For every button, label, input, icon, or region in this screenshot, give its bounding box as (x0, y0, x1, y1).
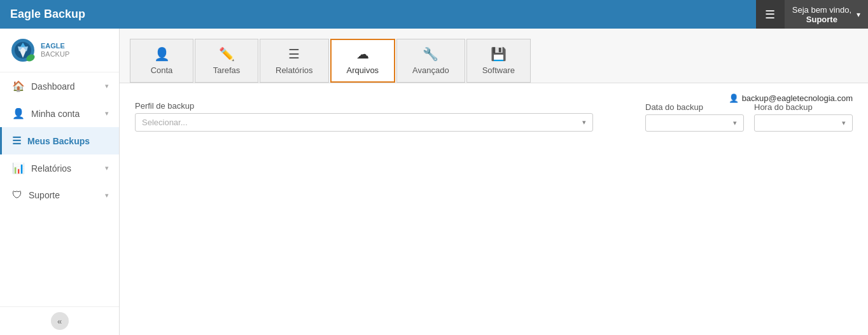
data-group: Data do backup ▾ (645, 102, 744, 132)
form-row: Perfil de backup Selecionar... ▾ Data do… (135, 101, 853, 132)
perfil-group: Perfil de backup Selecionar... ▾ (135, 101, 635, 132)
sidebar-item-dashboard[interactable]: 🏠 Dashboard ▾ (0, 72, 119, 100)
sidebar-item-label: Minha conta (31, 109, 80, 119)
welcome-chevron-icon: ▾ (857, 10, 860, 19)
tab-label: Conta (151, 65, 173, 75)
dashboard-chevron-icon: ▾ (105, 82, 109, 90)
collapse-icon: « (57, 317, 62, 326)
sidebar-item-label: Dashboard (31, 81, 75, 92)
relatorios-tab-icon: ☰ (288, 46, 300, 62)
perfil-select-chevron-icon: ▾ (582, 118, 586, 126)
nav-menu: 🏠 Dashboard ▾ 👤 Minha conta ▾ ☰ Meus Bac… (0, 72, 119, 306)
tab-tarefas[interactable]: ✏️ Tarefas (195, 39, 258, 83)
minha-conta-chevron-icon: ▾ (105, 109, 109, 118)
top-header: Eagle Backup ☰ Seja bem vindo, Suporte ▾ (0, 0, 868, 29)
arquivos-tab-icon: ☁ (356, 46, 369, 62)
dashboard-icon: 🏠 (12, 80, 25, 92)
hora-group: Hora do backup ▾ (754, 102, 853, 132)
perfil-placeholder: Selecionar... (142, 118, 188, 127)
hora-select[interactable]: ▾ (754, 114, 853, 132)
menu-icon-button[interactable]: ☰ (756, 0, 785, 29)
data-label: Data do backup (645, 102, 744, 112)
relatorios-chevron-icon: ▾ (105, 164, 109, 172)
logo-text: EAGLEBACKUP (41, 42, 69, 58)
tarefas-tab-icon: ✏️ (219, 46, 235, 62)
tab-label: Avançado (412, 65, 449, 75)
tab-label: Arquivos (347, 65, 379, 75)
sidebar: EAGLEBACKUP 🏠 Dashboard ▾ 👤 Minha conta … (0, 29, 120, 335)
sidebar-item-suporte[interactable]: 🛡 Suporte ▾ (0, 182, 119, 209)
sidebar-item-minha-conta[interactable]: 👤 Minha conta ▾ (0, 100, 119, 127)
data-select-chevron-icon: ▾ (733, 119, 737, 127)
tab-arquivos[interactable]: ☁ Arquivos (330, 39, 396, 83)
hora-label: Hora do backup (754, 102, 853, 112)
minha-conta-icon: 👤 (12, 107, 25, 120)
suporte-chevron-icon: ▾ (105, 191, 109, 200)
relatorios-icon: 📊 (12, 162, 25, 174)
header-right: ☰ Seja bem vindo, Suporte ▾ (756, 0, 868, 29)
user-icon: 👤 (729, 93, 739, 103)
logo-area: EAGLEBACKUP (0, 29, 119, 72)
sidebar-collapse-area: « (0, 306, 119, 335)
main-layout: EAGLEBACKUP 🏠 Dashboard ▾ 👤 Minha conta … (0, 29, 868, 335)
sidebar-item-label: Meus Backups (27, 136, 90, 146)
tab-label: Software (482, 65, 515, 75)
welcome-text: Seja bem vindo, Suporte (792, 5, 851, 24)
user-email: 👤 backup@eagletecnologia.com (729, 93, 853, 103)
perfil-label: Perfil de backup (135, 101, 635, 111)
sidebar-item-label: Suporte (29, 190, 60, 200)
main-content: 👤 Conta ✏️ Tarefas ☰ Relatórios ☁ Arquiv… (120, 29, 868, 335)
tab-relatorios[interactable]: ☰ Relatórios (260, 39, 329, 83)
data-select[interactable]: ▾ (645, 114, 744, 132)
content-area: 👤 backup@eagletecnologia.com Perfil de b… (120, 83, 868, 335)
sidebar-item-relatorios[interactable]: 📊 Relatórios ▾ (0, 154, 119, 182)
eagle-logo-icon (8, 38, 38, 63)
sidebar-collapse-button[interactable]: « (51, 312, 69, 330)
tab-label: Relatórios (276, 65, 313, 75)
sidebar-item-meus-backups[interactable]: ☰ Meus Backups (0, 127, 119, 154)
software-tab-icon: 💾 (491, 46, 507, 62)
welcome-button[interactable]: Seja bem vindo, Suporte ▾ (785, 0, 868, 29)
tab-software[interactable]: 💾 Software (466, 39, 531, 83)
tab-label: Tarefas (213, 65, 241, 75)
tab-avancado[interactable]: 🔧 Avançado (396, 39, 465, 83)
meus-backups-icon: ☰ (12, 135, 21, 147)
perfil-select[interactable]: Selecionar... ▾ (135, 113, 593, 132)
conta-tab-icon: 👤 (154, 46, 170, 62)
tab-bar: 👤 Conta ✏️ Tarefas ☰ Relatórios ☁ Arquiv… (120, 29, 868, 83)
suporte-icon: 🛡 (12, 189, 22, 201)
tab-conta[interactable]: 👤 Conta (130, 39, 193, 83)
avancado-tab-icon: 🔧 (423, 46, 438, 62)
hora-select-chevron-icon: ▾ (842, 119, 846, 127)
sidebar-item-label: Relatórios (31, 163, 71, 174)
email-text: backup@eagletecnologia.com (742, 93, 853, 103)
app-title: Eagle Backup (10, 8, 85, 21)
